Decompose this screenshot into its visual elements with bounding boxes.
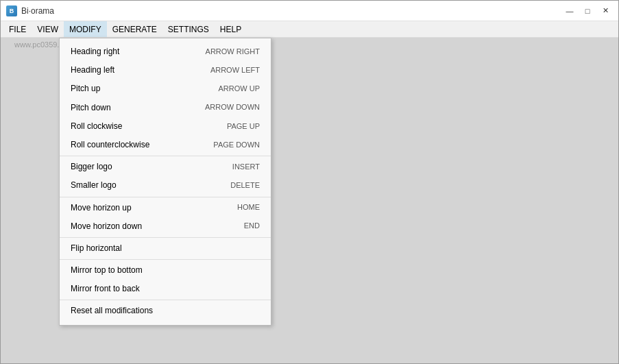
menubar-item-file[interactable]: FILE (3, 21, 32, 37)
dropdown-item-heading-right[interactable]: Heading rightARROW RIGHT (60, 43, 271, 61)
main-content: www.pc0359.cn Heading rightARROW RIGHTHe… (1, 38, 618, 363)
item-shortcut-move-horizon-up: HOME (237, 202, 260, 214)
item-label-heading-left: Heading left (71, 64, 197, 77)
dropdown-group-logo-group: Bigger logoINSERTSmaller logoDELETE (60, 156, 271, 197)
dropdown-item-pitch-down[interactable]: Pitch downARROW DOWN (60, 99, 271, 117)
item-label-bigger-logo: Bigger logo (71, 160, 219, 173)
dropdown-item-mirror-top-bottom[interactable]: Mirror top to bottom (60, 261, 271, 280)
menubar-item-view[interactable]: VIEW (32, 21, 64, 37)
dropdown-group-mirror-group: Mirror top to bottomMirror front to back (60, 260, 271, 300)
item-shortcut-pitch-up: ARROW UP (219, 83, 260, 95)
menubar-item-modify[interactable]: MODIFY (64, 21, 107, 37)
dropdown-item-roll-counterclockwise[interactable]: Roll counterclockwisePAGE DOWN (60, 136, 271, 154)
menubar-item-settings[interactable]: SETTINGS (162, 21, 215, 37)
dropdown-item-move-horizon-down[interactable]: Move horizon downEND (60, 217, 271, 236)
item-label-mirror-top-bottom: Mirror top to bottom (71, 264, 260, 277)
dropdown-item-flip-horizontal[interactable]: Flip horizontal (60, 239, 271, 258)
dropdown-item-roll-clockwise[interactable]: Roll clockwisePAGE UP (60, 117, 271, 136)
item-label-mirror-front-back: Mirror front to back (71, 282, 260, 295)
item-label-pitch-down: Pitch down (71, 101, 191, 114)
item-shortcut-smaller-logo: DELETE (230, 180, 260, 192)
window-controls: — □ ✕ (562, 4, 613, 18)
item-shortcut-roll-counterclockwise: PAGE DOWN (213, 139, 260, 151)
maximize-button[interactable]: □ (580, 4, 595, 18)
item-shortcut-roll-clockwise: PAGE UP (227, 121, 260, 133)
dropdown-item-move-horizon-up[interactable]: Move horizon upHOME (60, 199, 271, 217)
dropdown-item-bigger-logo[interactable]: Bigger logoINSERT (60, 158, 271, 176)
item-shortcut-pitch-down: ARROW DOWN (205, 101, 260, 114)
item-label-smaller-logo: Smaller logo (71, 179, 217, 192)
title-bar-left: B Bi·orama (6, 5, 54, 16)
item-label-roll-clockwise: Roll clockwise (71, 120, 213, 133)
item-label-move-horizon-up: Move horizon up (71, 202, 223, 215)
dropdown-item-mirror-front-back[interactable]: Mirror front to back (60, 280, 271, 298)
app-icon: B (6, 5, 17, 16)
item-label-flip-horizontal: Flip horizontal (71, 242, 260, 255)
item-shortcut-move-horizon-down: END (244, 220, 260, 232)
item-shortcut-bigger-logo: INSERT (232, 161, 260, 173)
dropdown-group-heading-group: Heading rightARROW RIGHTHeading leftARRO… (60, 41, 271, 156)
item-label-move-horizon-down: Move horizon down (71, 220, 230, 233)
menu-bar: FILEVIEWMODIFYGENERATESETTINGSHELP (1, 21, 618, 38)
dropdown-item-heading-left[interactable]: Heading leftARROW LEFT (60, 61, 271, 80)
dropdown-group-reset-group: Reset all modifications (60, 300, 271, 321)
item-shortcut-heading-left: ARROW LEFT (210, 64, 260, 77)
modify-dropdown-menu: Heading rightARROW RIGHTHeading leftARRO… (59, 38, 271, 326)
item-label-pitch-up: Pitch up (71, 82, 205, 95)
dropdown-item-reset-all[interactable]: Reset all modifications (60, 302, 271, 320)
menubar-item-generate[interactable]: GENERATE (107, 21, 162, 37)
app-window: B Bi·orama — □ ✕ FILEVIEWMODIFYGENERATES… (0, 0, 619, 364)
dropdown-item-smaller-logo[interactable]: Smaller logoDELETE (60, 176, 271, 195)
title-bar: B Bi·orama — □ ✕ (1, 1, 618, 21)
dropdown-item-pitch-up[interactable]: Pitch upARROW UP (60, 80, 271, 98)
window-title: Bi·orama (21, 6, 54, 16)
dropdown-group-flip-group: Flip horizontal (60, 238, 271, 260)
close-button[interactable]: ✕ (598, 4, 613, 18)
item-label-roll-counterclockwise: Roll counterclockwise (71, 138, 199, 151)
dropdown-group-horizon-group: Move horizon upHOMEMove horizon downEND (60, 197, 271, 238)
item-shortcut-heading-right: ARROW RIGHT (206, 46, 260, 58)
item-label-reset-all: Reset all modifications (71, 304, 260, 317)
menubar-item-help[interactable]: HELP (215, 21, 247, 37)
minimize-button[interactable]: — (562, 4, 577, 18)
item-label-heading-right: Heading right (71, 45, 192, 58)
